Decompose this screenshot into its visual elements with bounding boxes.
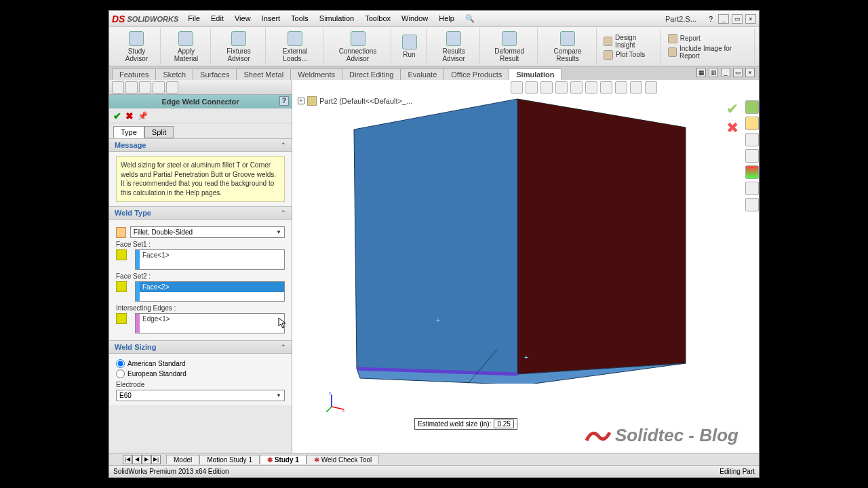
electrode-combo[interactable]: E60▼ [116, 390, 285, 401]
tab-office-products[interactable]: Office Products [443, 68, 509, 80]
radio-european-standard[interactable]: European Standard [116, 369, 285, 378]
menu-help[interactable]: Help [435, 13, 458, 24]
edge-icon[interactable] [116, 313, 127, 324]
close-button[interactable]: × [745, 14, 756, 24]
display-manager-icon[interactable] [166, 81, 178, 94]
help-icon[interactable]: ? [706, 15, 715, 23]
connections-icon [351, 31, 366, 46]
chevron-down-icon: ▼ [276, 392, 281, 399]
design-insight-button[interactable]: Design Insight [604, 34, 655, 49]
include-image-button[interactable]: Include Image for Report [668, 45, 749, 60]
status-right: Editing Part [719, 468, 755, 475]
confirm-check-icon[interactable]: ✔ [726, 100, 738, 118]
section-header-weld-sizing[interactable]: Weld Sizing⌃ [109, 341, 292, 354]
bottom-tab-study[interactable]: ✱ Study 1 [260, 455, 307, 464]
radio-american-standard[interactable]: American Standard [116, 359, 285, 368]
tab-prev-icon[interactable]: ◀ [132, 455, 142, 464]
file-explorer-tab-icon[interactable] [745, 133, 759, 146]
menu-insert[interactable]: Insert [258, 13, 285, 24]
resources-tab-icon[interactable] [745, 100, 759, 114]
apply-material-button[interactable]: Apply Material [162, 28, 211, 64]
section-header-message[interactable]: Message⌃ [109, 139, 292, 152]
compare-results-button[interactable]: Compare Results [539, 28, 597, 64]
tab-direct-editing[interactable]: Direct Editing [342, 68, 401, 80]
tab-features[interactable]: Features [112, 68, 156, 80]
graphics-viewport[interactable]: + Part2 (Default<<Default>_... + + [292, 80, 759, 453]
menu-window[interactable]: Window [397, 13, 432, 24]
feature-tree-icon[interactable] [112, 81, 124, 94]
menu-view[interactable]: View [231, 13, 255, 24]
tab-evaluate[interactable]: Evaluate [400, 68, 444, 80]
pane-restore-icon[interactable]: ▭ [733, 68, 743, 77]
part-icon [307, 96, 317, 106]
help-icon[interactable]: ? [279, 96, 289, 106]
dimxpert-icon[interactable] [153, 81, 165, 94]
subtab-split[interactable]: Split [144, 126, 174, 138]
pm-action-bar: ✔ ✖ 📌 [109, 108, 292, 123]
cancel-button[interactable]: ✖ [125, 110, 134, 121]
faceset2-selection-box[interactable]: Face<2> [135, 281, 285, 302]
command-tab-strip: Features Sketch Surfaces Sheet Metal Wel… [109, 66, 759, 80]
pane-minimize-icon[interactable]: _ [721, 68, 730, 77]
document-title: Part2.S... [665, 15, 696, 23]
menu-edit[interactable]: Edit [207, 13, 228, 24]
ds-logo-icon: DS [112, 14, 125, 24]
bottom-tab-model[interactable]: Model [166, 455, 199, 464]
tab-simulation[interactable]: Simulation [509, 68, 561, 80]
pane-close-icon[interactable]: × [745, 68, 755, 77]
ok-button[interactable]: ✔ [113, 110, 121, 121]
bottom-tab-motion-study[interactable]: Motion Study 1 [199, 455, 260, 464]
simulation-tab-icon[interactable] [745, 198, 759, 211]
face-icon[interactable] [116, 249, 127, 260]
configuration-manager-icon[interactable] [139, 81, 151, 94]
plot-tools-button[interactable]: Plot Tools [604, 50, 655, 60]
intersecting-edges-selection-box[interactable]: Edge<1> [135, 313, 285, 333]
tab-surfaces[interactable]: Surfaces [193, 68, 237, 80]
menu-simulation[interactable]: Simulation [315, 13, 358, 24]
faceset1-selection-box[interactable]: Face<1> [135, 249, 285, 270]
view-palette-tab-icon[interactable] [745, 149, 759, 163]
report-icon [668, 34, 677, 43]
menu-tools[interactable]: Tools [287, 13, 313, 24]
results-advisor-button[interactable]: Results Advisor [428, 28, 480, 64]
plot-tools-icon [604, 50, 613, 60]
svg-line-10 [326, 407, 332, 412]
menu-file[interactable]: File [184, 13, 204, 24]
face-icon[interactable] [116, 281, 127, 292]
model-geometry[interactable]: + + [321, 92, 687, 384]
pm-body[interactable]: Message⌃ Weld sizing for steel or alumin… [109, 138, 292, 453]
restore-button[interactable]: ▭ [732, 14, 743, 24]
custom-props-tab-icon[interactable] [745, 182, 759, 195]
study-advisor-button[interactable]: Study Advisor [113, 28, 161, 64]
fixtures-advisor-button[interactable]: Fixtures Advisor [212, 28, 266, 64]
weld-type-combo[interactable]: Fillet, Double-Sided▼ [130, 226, 285, 238]
tab-sketch[interactable]: Sketch [155, 68, 193, 80]
section-header-weld-type[interactable]: Weld Type⌃ [109, 207, 292, 220]
tab-first-icon[interactable]: |◀ [123, 455, 132, 464]
minimize-button[interactable]: _ [718, 14, 729, 24]
run-icon [402, 35, 417, 49]
pushpin-icon[interactable]: 📌 [138, 111, 148, 121]
external-loads-button[interactable]: External Loads... [267, 28, 323, 64]
pane-tile-icon[interactable]: ▦ [696, 68, 706, 77]
subtab-type[interactable]: Type [113, 126, 144, 138]
menu-toolbox[interactable]: Toolbox [361, 13, 395, 24]
appearances-tab-icon[interactable] [745, 165, 759, 179]
design-library-tab-icon[interactable] [745, 117, 759, 130]
report-button[interactable]: Report [668, 34, 749, 43]
search-icon[interactable]: 🔍 [461, 13, 479, 24]
deformed-result-button[interactable]: Deformed Result [481, 28, 538, 64]
connections-advisor-button[interactable]: Connections Advisor [325, 28, 391, 64]
confirm-cancel-icon[interactable]: ✖ [726, 119, 738, 137]
property-manager-icon[interactable] [125, 81, 138, 94]
tab-next-icon[interactable]: ▶ [142, 455, 151, 464]
tab-sheet-metal[interactable]: Sheet Metal [236, 68, 291, 80]
run-button[interactable]: Run [393, 28, 427, 64]
bottom-tab-weld-check[interactable]: ✱ Weld Check Tool [307, 455, 379, 464]
tab-last-icon[interactable]: ▶| [151, 455, 161, 464]
tab-weldments[interactable]: Weldments [290, 68, 342, 80]
pane-list-icon[interactable]: ▥ [709, 68, 718, 77]
ribbon: Study Advisor Apply Material Fixtures Ad… [109, 27, 759, 66]
expand-icon[interactable]: + [298, 98, 304, 104]
app-window: DS SOLIDWORKS File Edit View Insert Tool… [108, 10, 760, 478]
